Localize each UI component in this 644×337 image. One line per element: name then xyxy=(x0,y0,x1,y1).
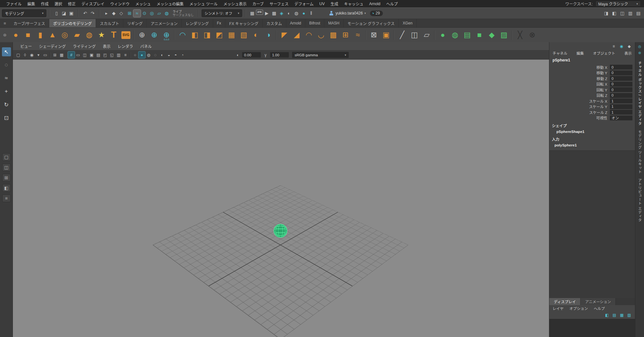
shelf-tab[interactable]: Bifrost xyxy=(305,19,324,27)
input-node-name[interactable]: polySphere1 xyxy=(549,142,635,148)
channel-label[interactable]: 移動 Z xyxy=(549,76,610,81)
separate-icon[interactable]: ▧ xyxy=(238,29,250,41)
panel-menu-item[interactable]: 表示 xyxy=(99,43,114,49)
menubar-item[interactable]: 作成 xyxy=(38,1,52,6)
channel-value-field[interactable]: 0 xyxy=(610,93,632,98)
boolean-union-icon[interactable]: ◧ xyxy=(189,29,201,41)
viewport-3d[interactable] xyxy=(13,60,549,337)
shelf-tab[interactable]: Fx xyxy=(213,19,225,27)
shape-node-name[interactable]: pSphereShape1 xyxy=(549,129,635,134)
safe-title-icon[interactable]: ◱ xyxy=(109,51,115,58)
paint-select-tool-icon[interactable]: ≈ xyxy=(2,74,11,83)
sweep-mesh-icon[interactable]: ◠ xyxy=(176,29,189,41)
slide-edge-icon[interactable]: ╳ xyxy=(514,29,526,41)
make-live-icon[interactable]: ◍ xyxy=(163,10,170,17)
menubar-item[interactable]: メッシュ ツール xyxy=(186,1,220,6)
lattice-icon[interactable]: ⊠ xyxy=(368,29,380,41)
poly-torus-icon[interactable]: ◎ xyxy=(59,29,71,41)
strip-gear-icon[interactable]: ⊛ xyxy=(637,50,642,55)
menubar-item[interactable]: 編集 xyxy=(24,1,38,6)
shelf-separator[interactable] xyxy=(510,29,514,41)
new-scene-icon[interactable]: ▯ xyxy=(53,10,60,17)
edit-edge-flow-icon[interactable]: ≈ xyxy=(352,29,364,41)
layer-editor-menu-item[interactable]: レイヤ xyxy=(553,306,564,311)
exposure-field[interactable]: 0.00 xyxy=(242,52,261,58)
lights-icon[interactable]: ◐ xyxy=(159,51,166,58)
channel-label[interactable]: 回転 Z xyxy=(549,93,610,98)
resolution-gate-icon[interactable]: ◫ xyxy=(81,51,88,58)
sculpt-relax-icon[interactable]: ▤ xyxy=(461,29,473,41)
layer-editor-tab[interactable]: アニメーション xyxy=(581,298,616,305)
bridge-icon[interactable]: ◠ xyxy=(303,29,315,41)
fill-hole-icon[interactable]: ◡ xyxy=(315,29,327,41)
poly-cone-icon[interactable]: ▲ xyxy=(46,29,59,41)
new-layer-from-selected-icon[interactable]: ▦ xyxy=(619,313,624,318)
redo-icon[interactable]: ↷ xyxy=(89,10,96,17)
layer-editor-menu-item[interactable]: オプション xyxy=(569,306,588,311)
wrap-deformer-icon[interactable]: ▣ xyxy=(380,29,392,41)
shelf-tab[interactable]: ポリゴンのモデリング xyxy=(49,19,96,27)
menubar-item[interactable]: 選択 xyxy=(52,1,65,6)
channel-value-field[interactable]: 0 xyxy=(610,76,632,81)
channel-display-icon[interactable]: ≡ xyxy=(611,44,616,49)
channel-label[interactable]: スケール Z xyxy=(549,110,610,115)
image-plane-icon[interactable]: ▭ xyxy=(42,51,49,58)
object-details-icon[interactable]: ≡ xyxy=(122,51,129,58)
menubar-item[interactable]: UV xyxy=(317,2,328,6)
shelf-tab[interactable]: リギング xyxy=(123,19,147,27)
bookmarks-icon[interactable]: ▾ xyxy=(35,51,42,58)
poly-plane-icon[interactable]: ▰ xyxy=(71,29,83,41)
channel-box-menu-item[interactable]: オブジェクト xyxy=(593,51,615,56)
workspace-panel-toggle-icon[interactable]: ▤ xyxy=(635,10,642,17)
hud-toggle-icon[interactable]: ▥ xyxy=(115,51,122,58)
shelf-separator[interactable] xyxy=(392,29,396,41)
safe-action-icon[interactable]: ◰ xyxy=(102,51,109,58)
open-scene-icon[interactable]: ◪ xyxy=(60,10,68,17)
render-current-frame-icon[interactable]: ▦ xyxy=(249,10,256,17)
select-component-mask-icon[interactable]: ◇ xyxy=(118,10,125,17)
render-settings-icon[interactable]: ▩ xyxy=(270,10,278,17)
ipr-render-icon[interactable]: IPR xyxy=(256,10,263,15)
extrude-icon[interactable]: ◤ xyxy=(278,29,290,41)
menubar-item[interactable]: 生成 xyxy=(328,1,341,6)
move-to-origin-icon[interactable]: ⊕ 0,0,0 xyxy=(160,29,173,41)
smooth-icon[interactable]: ▩ xyxy=(327,29,339,41)
sculpt-flatten-icon[interactable]: ▨ xyxy=(498,29,510,41)
shelf-separator[interactable] xyxy=(173,29,176,41)
combine-icon[interactable]: ▦ xyxy=(225,29,238,41)
channel-label[interactable]: 回転 Y xyxy=(549,87,610,92)
layer-visibility-icon[interactable]: ◧ xyxy=(604,313,610,318)
snap-to-point-icon[interactable]: ⊙ xyxy=(141,10,148,17)
poly-sphere-icon[interactable]: ● xyxy=(10,29,22,41)
shadows-icon[interactable]: ◒ xyxy=(166,51,172,58)
lock-camera-icon[interactable]: ◊ xyxy=(22,51,28,58)
shelf-tab[interactable]: カスタム xyxy=(263,19,286,27)
shelf-separator[interactable] xyxy=(433,29,437,41)
new-empty-layer-icon[interactable]: ▤ xyxy=(612,313,617,318)
menubar-item[interactable]: サーフェス xyxy=(267,1,291,6)
gamma-icon[interactable]: γ xyxy=(262,51,269,58)
move-tool-icon[interactable]: + xyxy=(2,87,11,96)
menubar-item[interactable]: 修正 xyxy=(65,1,79,6)
channel-label[interactable]: 移動 X xyxy=(549,65,610,70)
panel-menu-item[interactable]: ビュー xyxy=(17,43,35,49)
workspace-select[interactable]: Maya クラシック ▾ xyxy=(595,1,641,7)
shelf-tab[interactable]: モーション グラフィックス xyxy=(344,19,399,27)
select-hierarchy-mask-icon[interactable]: ▸ xyxy=(103,10,110,17)
field-chart-icon[interactable]: ▤ xyxy=(95,51,102,58)
snap-to-projected-center-icon[interactable]: ◎ xyxy=(148,10,156,17)
panel-menu-item[interactable]: レンダラ xyxy=(114,43,137,49)
panel-menu-item[interactable]: シェーディング xyxy=(35,43,69,49)
channel-label[interactable]: 移動 Y xyxy=(549,70,610,75)
light-editor-icon[interactable]: ◐ xyxy=(285,10,293,17)
select-tool-icon[interactable]: ↖ xyxy=(2,47,11,56)
poly-star-icon[interactable]: ★ xyxy=(95,29,108,41)
pause-icon[interactable]: ‖ xyxy=(308,10,315,17)
pt-separator[interactable] xyxy=(129,51,132,58)
poly-cube-icon[interactable]: ■ xyxy=(22,29,34,41)
shelf-tab[interactable]: FX キャッシング xyxy=(225,19,263,27)
layout-two-panes-icon[interactable]: ◫ xyxy=(2,164,11,171)
channel-key-icon[interactable]: ◆ xyxy=(627,44,632,49)
channel-value-field[interactable]: 0 xyxy=(610,70,632,75)
svg-tool-icon[interactable]: SVG xyxy=(120,29,132,41)
